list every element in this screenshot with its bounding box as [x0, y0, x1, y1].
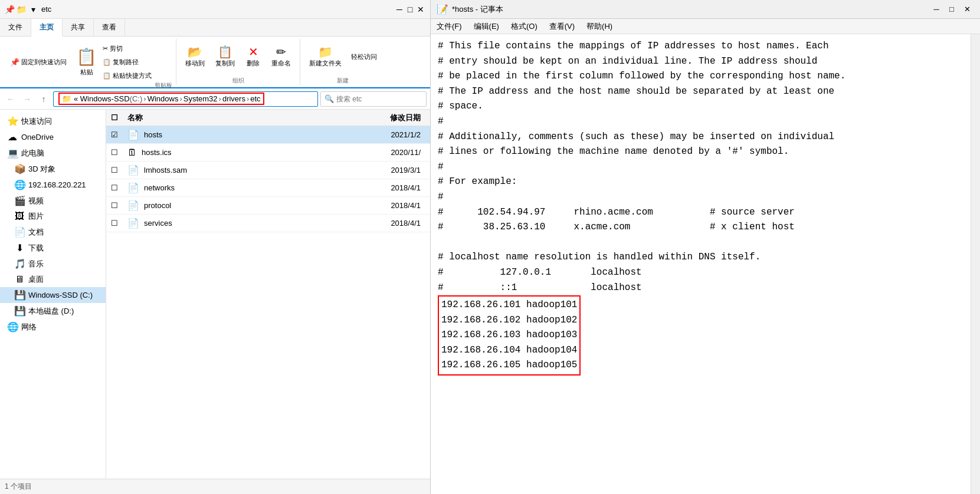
file-list-header: ☐ 名称 修改日期 — [106, 110, 430, 126]
star-icon: ⭐ — [7, 116, 18, 127]
path-sep-arrow-3: › — [247, 94, 249, 103]
paste-shortcut-button[interactable]: 📋 粘贴快捷方式 — [100, 70, 155, 82]
cut-button[interactable]: ✂ 剪切 — [100, 42, 155, 55]
minimize-button[interactable]: ─ — [395, 5, 404, 14]
notepad-maximize[interactable]: □ — [945, 2, 959, 17]
file-date: 2019/3/1 — [355, 166, 425, 174]
file-checkbox[interactable]: ☐ — [111, 166, 125, 174]
sidebar-item-network[interactable]: 🌐 网络 — [0, 319, 106, 335]
menu-edit[interactable]: 编辑(E) — [468, 19, 505, 34]
sidebar-item-documents[interactable]: 📄 文档 — [0, 224, 106, 240]
network2-icon: 🌐 — [7, 321, 18, 332]
back-button[interactable]: ← — [4, 92, 18, 106]
file-name: networks — [144, 183, 352, 192]
address-path-box[interactable]: 📁 « Windows-SSD (C:) › Windows › System3… — [53, 91, 318, 107]
menu-file[interactable]: 文件(F) — [431, 19, 468, 34]
maximize-button[interactable]: □ — [405, 5, 415, 14]
path-sep-arrow-1: › — [179, 94, 182, 103]
sidebar-item-network-drive[interactable]: 🌐 192.168.220.221 — [0, 177, 106, 193]
notepad-scrollbar[interactable] — [971, 34, 980, 494]
notepad-content[interactable]: # This file contains the mappings of IP … — [431, 34, 971, 494]
delete-button[interactable]: ✕ 删除 — [241, 43, 265, 71]
file-checkbox[interactable]: ☑ — [111, 130, 125, 139]
explorer-title-bar: 📌 📁 ▾ etc ─ □ ✕ — [0, 0, 430, 19]
address-bar: ← → ↑ 📁 « Windows-SSD (C:) › Windows › S… — [0, 88, 430, 110]
path-part-2: System32 — [183, 94, 218, 103]
path-sep-arrow-0: › — [143, 94, 146, 103]
sidebar-label: 本地磁盘 (D:) — [28, 306, 74, 317]
menu-help[interactable]: 帮助(H) — [581, 19, 618, 34]
notepad-minimize[interactable]: ─ — [929, 2, 943, 17]
tab-file[interactable]: 文件 — [0, 19, 31, 36]
lmhosts-icon: 📄 — [127, 164, 139, 176]
copy-to-button[interactable]: 📋 复制到 — [211, 43, 239, 71]
dropdown-icon[interactable]: ▾ — [28, 5, 38, 14]
sidebar-item-pictures[interactable]: 🖼 图片 — [0, 209, 106, 224]
easy-access-button[interactable]: 轻松访问 — [348, 51, 380, 63]
sidebar-label: 网络 — [21, 322, 37, 332]
sidebar-item-3d[interactable]: 📦 3D 对象 — [0, 161, 106, 177]
file-row[interactable]: ☐ 📄 lmhosts.sam 2019/3/1 — [106, 162, 430, 179]
move-icon: 📂 — [188, 46, 202, 58]
file-checkbox[interactable]: ☐ — [111, 183, 125, 192]
sidebar-item-downloads[interactable]: ⬇ 下载 — [0, 240, 106, 256]
file-checkbox[interactable]: ☐ — [111, 148, 125, 157]
new-folder-button[interactable]: 📁 新建文件夹 — [305, 43, 346, 71]
organize-group: 📂 移动到 📋 复制到 ✕ 删除 ✏ 重命名 组织 — [176, 39, 300, 85]
hosts-ics-icon: 🗓 — [127, 147, 137, 158]
file-row[interactable]: ☐ 🗓 hosts.ics 2020/11/ — [106, 144, 430, 162]
sidebar-item-onedrive[interactable]: ☁ OneDrive — [0, 129, 106, 145]
new-group: 📁 新建文件夹 轻松访问 新建 — [300, 39, 385, 85]
rename-button[interactable]: ✏ 重命名 — [267, 43, 295, 71]
sidebar-item-music[interactable]: 🎵 音乐 — [0, 256, 106, 272]
sidebar-item-desktop[interactable]: 🖥 桌面 — [0, 272, 106, 287]
3d-icon: 📦 — [14, 163, 25, 174]
notepad: 📝 *hosts - 记事本 ─ □ ✕ 文件(F) 编辑(E) 格式(O) 查… — [431, 0, 980, 494]
file-row[interactable]: ☑ 📄 hosts 2021/1/2 — [106, 126, 430, 144]
copy-path-button[interactable]: 📋 复制路径 — [100, 56, 155, 68]
pin-icon: 📌 — [10, 58, 19, 67]
select-all-checkbox[interactable]: ☐ — [111, 113, 125, 122]
move-to-button[interactable]: 📂 移动到 — [181, 43, 209, 71]
file-row[interactable]: ☐ 📄 services 2018/4/1 — [106, 215, 430, 232]
notepad-highlighted-entries: 192.168.26.101 hadoop101 192.168.26.102 … — [438, 295, 581, 376]
sidebar-item-d-drive[interactable]: 💾 本地磁盘 (D:) — [0, 303, 106, 319]
forward-button[interactable]: → — [20, 92, 34, 106]
paste-button[interactable]: 📋 粘贴 — [73, 39, 100, 85]
search-box[interactable]: 🔍 — [320, 91, 427, 107]
file-date: 2020/11/ — [355, 148, 425, 157]
file-checkbox[interactable]: ☐ — [111, 201, 125, 210]
file-name: services — [144, 219, 352, 228]
sidebar-item-quick-access[interactable]: ⭐ 快速访问 — [0, 113, 106, 129]
organize-buttons: 📂 移动到 📋 复制到 ✕ 删除 ✏ 重命名 — [181, 39, 295, 74]
pin-icon[interactable]: 📌 — [5, 5, 14, 14]
file-row[interactable]: ☐ 📄 networks 2018/4/1 — [106, 179, 430, 197]
status-text: 1 个项目 — [5, 482, 32, 492]
tab-view[interactable]: 查看 — [94, 19, 125, 36]
notepad-close[interactable]: ✕ — [960, 2, 974, 17]
pin-to-quick-access-button[interactable]: 📌 固定到快速访问 — [7, 56, 70, 68]
tab-share[interactable]: 共享 — [63, 19, 94, 36]
drive-c-icon: 💾 — [14, 289, 25, 301]
sidebar-item-video[interactable]: 🎬 视频 — [0, 193, 106, 209]
sidebar-label: 图片 — [28, 211, 44, 222]
menu-format[interactable]: 格式(O) — [505, 19, 543, 34]
path-sep-0: (C:) — [130, 94, 143, 103]
notepad-menu: 文件(F) 编辑(E) 格式(O) 查看(V) 帮助(H) — [431, 19, 980, 34]
ribbon: 📌 固定到快速访问 📋 粘贴 ✂ 剪切 📋 复制路径 📋 粘贴快捷方式 — [0, 37, 430, 88]
sidebar-item-c-drive[interactable]: 💾 Windows-SSD (C:) — [0, 287, 106, 303]
close-button[interactable]: ✕ — [416, 5, 425, 14]
path-part-3: drivers — [222, 94, 245, 103]
file-row[interactable]: ☐ 📄 protocol 2018/4/1 — [106, 197, 430, 215]
delete-icon: ✕ — [248, 46, 258, 58]
search-input[interactable] — [336, 95, 422, 103]
sidebar-item-this-pc[interactable]: 💻 此电脑 — [0, 145, 106, 161]
up-button[interactable]: ↑ — [37, 92, 51, 106]
notepad-icon: 📝 — [437, 4, 448, 15]
sidebar-label: 快速访问 — [21, 116, 52, 127]
sidebar-label: 3D 对象 — [28, 164, 55, 174]
menu-view[interactable]: 查看(V) — [543, 19, 581, 34]
tab-home[interactable]: 主页 — [31, 19, 63, 37]
file-checkbox[interactable]: ☐ — [111, 219, 125, 228]
file-date: 2018/4/1 — [355, 201, 425, 210]
